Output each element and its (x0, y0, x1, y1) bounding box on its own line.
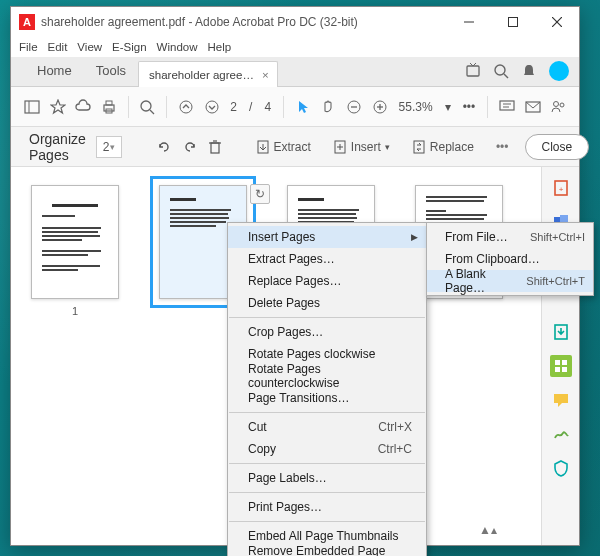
tool-export-icon[interactable] (550, 321, 572, 343)
ctx-remove-thumbs[interactable]: Remove Embedded Page Thumbnails (228, 547, 426, 556)
ctx-copy[interactable]: CopyCtrl+C (228, 438, 426, 460)
comment-icon[interactable] (496, 94, 518, 120)
zoom-level[interactable]: 55.3% (395, 100, 437, 114)
bell-icon[interactable] (521, 63, 537, 79)
thumb-page-1[interactable]: 1 (31, 185, 119, 317)
page-sep: / (245, 100, 256, 114)
page-up-icon[interactable] (175, 94, 197, 120)
svg-rect-46 (562, 367, 567, 372)
star-icon[interactable] (47, 94, 69, 120)
page-current[interactable]: 2 (226, 100, 241, 114)
zoom-caret-icon[interactable]: ▾ (441, 100, 455, 114)
ctx-cut[interactable]: CutCtrl+X (228, 416, 426, 438)
page-down-icon[interactable] (201, 94, 223, 120)
tab-close-icon[interactable]: × (262, 69, 269, 81)
ctx-print-pages[interactable]: Print Pages… (228, 496, 426, 518)
insert-label: Insert (351, 140, 381, 154)
zoom-slider-icon[interactable]: ▲▴ (479, 523, 497, 537)
ctx-extract-pages[interactable]: Extract Pages… (228, 248, 426, 270)
zoom-in-icon[interactable] (369, 94, 391, 120)
menu-file[interactable]: File (19, 41, 38, 53)
cut-shortcut: Ctrl+X (378, 420, 412, 434)
print-icon[interactable] (98, 94, 120, 120)
sidebar-toggle-icon[interactable] (21, 94, 43, 120)
tool-protect-icon[interactable] (550, 457, 572, 479)
menu-help[interactable]: Help (208, 41, 232, 53)
svg-rect-7 (25, 101, 39, 113)
tab-row: Home Tools shareholder agree… × (11, 57, 579, 87)
sub-from-file[interactable]: From File… Shift+Ctrl+I (427, 226, 593, 248)
search-icon[interactable] (137, 94, 159, 120)
organize-close-button[interactable]: Close (525, 134, 590, 160)
close-label: Close (542, 140, 573, 154)
svg-line-6 (504, 74, 508, 78)
from-file-shortcut: Shift+Ctrl+I (530, 231, 585, 243)
insert-pages-submenu: From File… Shift+Ctrl+I From Clipboard… … (426, 222, 594, 296)
share-icon[interactable] (465, 63, 481, 79)
thumb-rotate-icon[interactable]: ↻ (250, 184, 270, 204)
menu-view[interactable]: View (77, 41, 102, 53)
tool-sign-icon[interactable] (550, 423, 572, 445)
menu-esign[interactable]: E-Sign (112, 41, 147, 53)
cloud-icon[interactable] (72, 94, 94, 120)
tab-home[interactable]: Home (25, 56, 84, 86)
svg-point-14 (180, 101, 192, 113)
titlebar: A shareholder agreement.pdf - Adobe Acro… (11, 7, 579, 37)
insert-button[interactable]: Insert ▾ (327, 135, 396, 159)
ctx-delete-pages[interactable]: Delete Pages (228, 292, 426, 314)
organize-page-field[interactable]: 2 (96, 136, 122, 158)
app-icon: A (19, 14, 35, 30)
svg-rect-4 (467, 66, 479, 76)
svg-rect-43 (555, 360, 560, 365)
svg-line-13 (150, 110, 154, 114)
close-window-button[interactable] (535, 7, 579, 37)
thumb-1-label: 1 (31, 305, 119, 317)
ctx-insert-pages[interactable]: Insert Pages ▶ (228, 226, 426, 248)
copy-shortcut: Ctrl+C (378, 442, 412, 456)
share-people-icon[interactable] (547, 94, 569, 120)
zoom-out-icon[interactable] (343, 94, 365, 120)
organize-more-icon[interactable]: ••• (490, 140, 515, 154)
svg-rect-1 (509, 18, 518, 27)
tool-organize-active-icon[interactable] (550, 355, 572, 377)
toolbar-more-icon[interactable]: ••• (459, 100, 480, 114)
page-total: 4 (260, 100, 275, 114)
search-top-icon[interactable] (493, 63, 509, 79)
tab-document[interactable]: shareholder agree… × (138, 61, 278, 87)
svg-rect-45 (555, 367, 560, 372)
main-toolbar: 2 / 4 55.3% ▾ ••• (11, 87, 579, 127)
maximize-button[interactable] (491, 7, 535, 37)
svg-rect-34 (414, 141, 424, 153)
email-icon[interactable] (522, 94, 544, 120)
ctx-replace-pages[interactable]: Replace Pages… (228, 270, 426, 292)
replace-button[interactable]: Replace (406, 135, 480, 159)
hand-icon[interactable] (318, 94, 340, 120)
ctx-page-labels[interactable]: Page Labels… (228, 467, 426, 489)
avatar[interactable] (549, 61, 569, 81)
rotate-cw-icon[interactable] (182, 134, 198, 160)
tab-tools[interactable]: Tools (84, 56, 138, 86)
window-title: shareholder agreement.pdf - Adobe Acroba… (41, 15, 358, 29)
menu-window[interactable]: Window (157, 41, 198, 53)
svg-rect-21 (500, 101, 514, 110)
ctx-crop-pages[interactable]: Crop Pages… (228, 321, 426, 343)
pointer-icon[interactable] (292, 94, 314, 120)
blank-page-shortcut: Shift+Ctrl+T (526, 275, 585, 287)
trash-icon[interactable] (208, 134, 222, 160)
ctx-rotate-ccw[interactable]: Rotate Pages counterclockwise (228, 365, 426, 387)
context-menu: Insert Pages ▶ Extract Pages… Replace Pa… (227, 222, 427, 556)
svg-point-12 (141, 101, 151, 111)
svg-rect-47 (554, 394, 568, 403)
ctx-transitions[interactable]: Page Transitions… (228, 387, 426, 409)
svg-point-15 (206, 101, 218, 113)
svg-point-26 (560, 103, 564, 107)
rotate-ccw-icon[interactable] (156, 134, 172, 160)
sub-blank-page[interactable]: A Blank Page… Shift+Ctrl+T (427, 270, 593, 292)
extract-button[interactable]: Extract (250, 135, 317, 159)
minimize-button[interactable] (447, 7, 491, 37)
tool-create-pdf-icon[interactable]: + (550, 177, 572, 199)
tool-comment-icon[interactable] (550, 389, 572, 411)
svg-rect-27 (211, 143, 219, 153)
svg-text:+: + (558, 185, 563, 194)
menu-edit[interactable]: Edit (48, 41, 68, 53)
